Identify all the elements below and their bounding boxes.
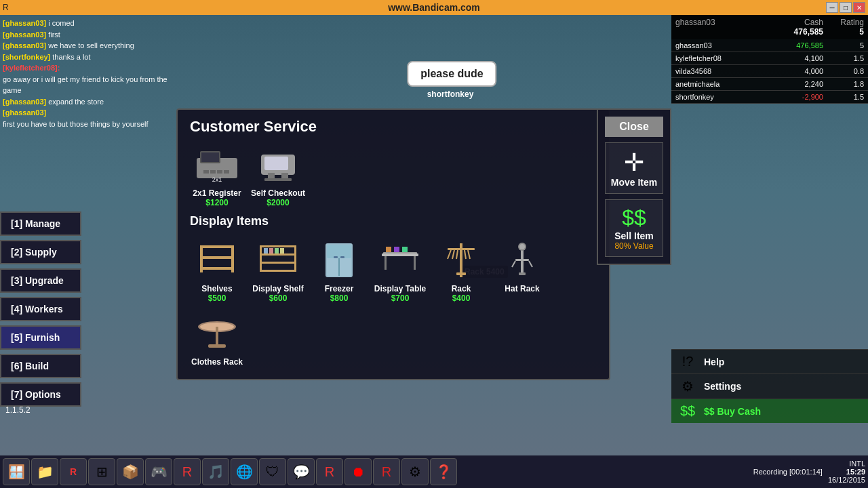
svg-rect-19 [260, 253, 296, 256]
close-button[interactable]: ✕ [853, 2, 865, 13]
game-area: [ghassan03]i comed [ghassan03]first [gha… [0, 15, 868, 455]
svg-rect-40 [402, 247, 408, 252]
svg-rect-30 [327, 245, 351, 258]
taskbar-help2[interactable]: ❓ [430, 458, 457, 485]
register-item[interactable]: 2x1 2x1 Register $1200 [190, 141, 244, 207]
taskbar-chrome[interactable]: 🌐 [231, 458, 258, 485]
svg-rect-10 [268, 173, 275, 178]
taskbar-roblox2[interactable]: R [174, 458, 201, 485]
chat-user: [shortfonkey] [3, 52, 50, 63]
taskbar-explorer[interactable]: 📁 [31, 458, 58, 485]
version-label: 1.1.5.2 [5, 405, 31, 415]
freezer-item[interactable]: Freezer $800 [312, 237, 366, 303]
svg-line-56 [512, 261, 515, 267]
sidebar-workers-button[interactable]: [4] Workers [0, 297, 81, 321]
taskbar-r4[interactable]: R [373, 458, 400, 485]
svg-rect-20 [260, 262, 296, 264]
sell-icon: $$ [622, 205, 646, 230]
svg-rect-39 [394, 247, 399, 252]
taskbar-grid[interactable]: ⊞ [88, 458, 115, 485]
self-checkout-icon [251, 141, 305, 188]
svg-rect-25 [269, 248, 273, 253]
hat-rack-item[interactable]: Hat Rack [495, 237, 549, 303]
maximize-button[interactable]: □ [840, 2, 852, 13]
taskbar-roblox[interactable]: R [60, 458, 87, 485]
register-icon: 2x1 [190, 141, 244, 188]
chat-user: [ghassan03] [3, 96, 46, 108]
rack-icon [434, 237, 488, 284]
svg-rect-26 [275, 248, 279, 253]
taskbar-itunes[interactable]: 🎵 [202, 458, 229, 485]
svg-rect-60 [216, 327, 218, 346]
start-button[interactable]: 🪟 [3, 458, 30, 485]
clothes-rack-item[interactable]: Clothes Rack [190, 310, 244, 367]
taskbar-r3[interactable]: R [316, 458, 343, 485]
display-table-icon [373, 237, 427, 284]
display-table-item[interactable]: Display Table $700 [373, 237, 427, 303]
chat-user: [ghassan03] [3, 29, 46, 41]
chat-area: [ghassan03]i comed [ghassan03]first [gha… [0, 15, 183, 150]
self-checkout-item[interactable]: Self Checkout $2000 [251, 141, 305, 207]
lb-row: anetmichaela 2,240 1.8 [671, 78, 868, 91]
sidebar-supply-button[interactable]: [2] Supply [0, 240, 81, 264]
svg-rect-23 [294, 245, 296, 272]
svg-line-47 [465, 250, 466, 259]
move-item-button[interactable]: ✛ Move Item [605, 142, 663, 194]
svg-rect-37 [382, 253, 418, 256]
taskbar-record[interactable]: ⏺ [344, 458, 372, 485]
customer-service-modal: Customer Service [176, 108, 610, 380]
svg-rect-15 [200, 267, 234, 270]
taskbar-gear[interactable]: ⚙ [401, 458, 429, 485]
svg-rect-16 [200, 245, 203, 272]
sidebar-manage-button[interactable]: [1] Manage [0, 211, 81, 236]
lb-header-rating: Rating5 [823, 18, 864, 37]
taskbar-steam[interactable]: 🎮 [145, 458, 172, 485]
settings-button[interactable]: ⚙ Settings [671, 373, 868, 399]
svg-rect-14 [200, 256, 234, 259]
display-shelf-item[interactable]: Display Shelf $600 [251, 237, 305, 303]
leaderboard-header: ghassan03 Cash476,585 Rating5 [671, 15, 868, 39]
svg-rect-22 [260, 245, 262, 272]
svg-rect-4 [210, 170, 216, 174]
taskbar-skype[interactable]: 💬 [288, 458, 315, 485]
chat-user: [ghassan03] [3, 107, 46, 119]
sidebar-build-button[interactable]: [6] Build [0, 354, 81, 378]
svg-line-43 [448, 250, 451, 259]
chat-user: [kylefletcher08]: [3, 62, 60, 74]
svg-rect-9 [264, 157, 288, 170]
rack-item[interactable]: Rack $400 [434, 237, 488, 303]
taskbar-malware[interactable]: 🛡 [259, 458, 286, 485]
svg-rect-5 [217, 170, 222, 174]
lb-header-cash: Cash476,585 [769, 18, 823, 37]
right-panel: Close ✛ Move Item $$ Sell Item 80% Value [597, 108, 671, 265]
taskbar-dropbox[interactable]: 📦 [117, 458, 144, 485]
shelves-icon [190, 237, 244, 284]
help-button[interactable]: !? Help [671, 349, 868, 373]
buy-cash-button[interactable]: $$ $$ Buy Cash [671, 399, 868, 423]
action-panel: !? Help ⚙ Settings $$ $$ Buy Cash [671, 349, 868, 423]
sell-item-button[interactable]: $$ Sell Item 80% Value [605, 199, 663, 257]
display-shelf-icon [251, 237, 305, 284]
svg-rect-18 [260, 245, 296, 247]
svg-rect-55 [519, 272, 526, 275]
svg-rect-6 [224, 170, 229, 174]
taskbar: 🪟 📁 R ⊞ 📦 🎮 R 🎵 🌐 🛡 💬 R ⏺ R ⚙ ❓ Recordin… [0, 455, 868, 488]
svg-rect-50 [456, 272, 466, 275]
lb-row: ghassan03 476,585 5 [671, 39, 868, 52]
modal-title: Customer Service [178, 110, 609, 141]
service-items-grid: 2x1 2x1 Register $1200 [190, 141, 597, 207]
clothes-rack-icon [190, 310, 244, 357]
lb-header-name: ghassan03 [675, 18, 769, 37]
lb-row: vilda34568 4,000 0.8 [671, 65, 868, 78]
sidebar-options-button[interactable]: [7] Options [0, 382, 81, 407]
settings-icon: ⚙ [678, 378, 697, 394]
sidebar-upgrade-button[interactable]: [3] Upgrade [0, 268, 81, 293]
shelves-item[interactable]: Shelves $500 [190, 237, 244, 303]
sell-item-label: Sell Item [614, 230, 654, 241]
lb-row: shortfonkey -2,900 1.5 [671, 91, 868, 104]
svg-rect-13 [200, 245, 234, 248]
minimize-button[interactable]: ─ [826, 2, 838, 13]
svg-rect-21 [260, 270, 296, 272]
sidebar-furnish-button[interactable]: [5] Furnish [0, 325, 81, 350]
close-button[interactable]: Close [605, 117, 663, 137]
